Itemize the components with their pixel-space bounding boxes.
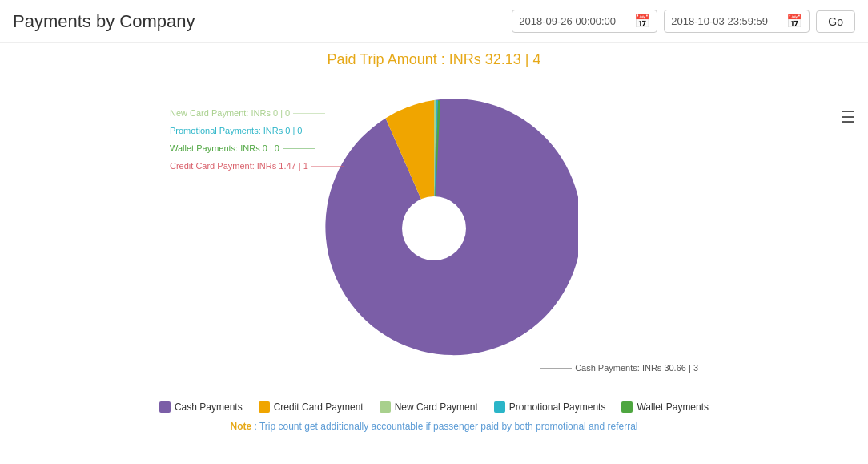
start-calendar-icon[interactable]: 📅 bbox=[634, 14, 650, 29]
chart-title: Paid Trip Amount : INRs 32.13 | 4 bbox=[0, 51, 868, 68]
legend-credit: Credit Card Payment bbox=[259, 401, 364, 413]
header: Payments by Company 📅 📅 Go bbox=[0, 0, 868, 43]
page-title: Payments by Company bbox=[13, 11, 195, 32]
legend-wallet-label: Wallet Payments bbox=[637, 401, 709, 413]
legend-cash-label: Cash Payments bbox=[175, 401, 243, 413]
legend-credit-color bbox=[259, 401, 270, 413]
cash-label: Cash Payments: INRs 30.66 | 3 bbox=[540, 363, 698, 373]
legend-promotional: Promotional Payments bbox=[494, 401, 606, 413]
controls: 📅 📅 Go bbox=[512, 10, 855, 33]
end-date-wrapper[interactable]: 📅 bbox=[664, 10, 810, 33]
go-button[interactable]: Go bbox=[816, 10, 855, 33]
legend-cash-color bbox=[159, 401, 171, 413]
legend-promotional-label: Promotional Payments bbox=[509, 401, 606, 413]
end-calendar-icon[interactable]: 📅 bbox=[786, 14, 802, 29]
svg-point-0 bbox=[402, 196, 466, 260]
note-prefix: Note bbox=[231, 421, 252, 432]
promotional-label: Promotional Payments: INRs 0 | 0 bbox=[170, 126, 344, 135]
legend-cash: Cash Payments bbox=[159, 401, 243, 413]
legend-newcard: New Card Payment bbox=[380, 401, 478, 413]
end-date-input[interactable] bbox=[671, 15, 783, 27]
wallet-label: Wallet Payments: INRs 0 | 0 bbox=[170, 143, 344, 153]
legend-wallet-color bbox=[621, 401, 633, 413]
new-card-label: New Card Payment: INRs 0 | 0 bbox=[170, 108, 344, 118]
start-date-input[interactable] bbox=[519, 15, 631, 27]
chart-legend: Cash Payments Credit Card Payment New Ca… bbox=[0, 401, 868, 413]
legend-wallet: Wallet Payments bbox=[621, 401, 709, 413]
legend-newcard-label: New Card Payment bbox=[395, 401, 478, 413]
legend-newcard-color bbox=[380, 401, 391, 413]
note: Note : Trip count get additionally accou… bbox=[0, 421, 868, 440]
legend-credit-label: Credit Card Payment bbox=[274, 401, 364, 413]
start-date-wrapper[interactable]: 📅 bbox=[512, 10, 657, 33]
main-content: ☰ Paid Trip Amount : INRs 32.13 | 4 bbox=[0, 43, 868, 448]
note-text: : Trip count get additionally accountabl… bbox=[255, 421, 638, 432]
legend-promotional-color bbox=[494, 401, 505, 413]
credit-card-label: Credit Card Payment: INRs 1.47 | 1 bbox=[170, 161, 344, 171]
